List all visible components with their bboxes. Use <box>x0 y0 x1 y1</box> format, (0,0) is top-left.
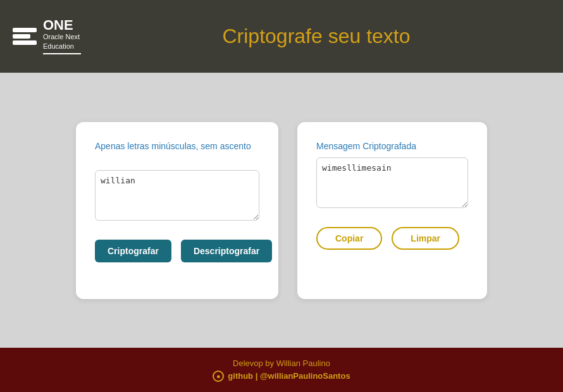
github-link-text: github | @willianPaulinoSantos <box>228 371 350 381</box>
page-title: Criptografe seu texto <box>108 25 550 48</box>
output-label: Mensagem Criptografada <box>316 141 468 151</box>
encrypt-button[interactable]: Criptografar <box>95 240 171 262</box>
output-card: Mensagem Criptografada wimesllimesain Co… <box>297 122 487 299</box>
logo-subtitle: Oracle Next Education <box>43 32 81 51</box>
input-hint: Apenas letras minúsculas, sem ascento <box>95 141 259 151</box>
input-card: Apenas letras minúsculas, sem ascento wi… <box>76 122 278 299</box>
github-icon: ● <box>213 371 224 382</box>
logo-text: ONE Oracle Next Education <box>43 18 81 54</box>
output-buttons: Copiar Limpar <box>316 227 468 250</box>
action-buttons: Criptografar Descriptografar <box>95 240 259 262</box>
app-footer: Delevop by Willian Paulino ● github | @w… <box>0 348 563 392</box>
text-output[interactable]: wimesllimesain <box>316 157 468 208</box>
text-input[interactable]: willian <box>95 170 259 221</box>
logo-icon <box>13 25 37 49</box>
footer-dev-text: Delevop by Willian Paulino <box>233 358 330 368</box>
decrypt-button[interactable]: Descriptografar <box>181 240 272 262</box>
logo-one: ONE <box>43 18 81 32</box>
app-header: ONE Oracle Next Education Criptografe se… <box>0 0 563 73</box>
logo-divider <box>43 53 81 54</box>
logo-area: ONE Oracle Next Education <box>13 18 108 54</box>
footer-github[interactable]: ● github | @willianPaulinoSantos <box>213 371 350 382</box>
main-content: Apenas letras minúsculas, sem ascento wi… <box>0 73 563 348</box>
copy-button[interactable]: Copiar <box>316 227 382 250</box>
clear-button[interactable]: Limpar <box>392 227 459 250</box>
